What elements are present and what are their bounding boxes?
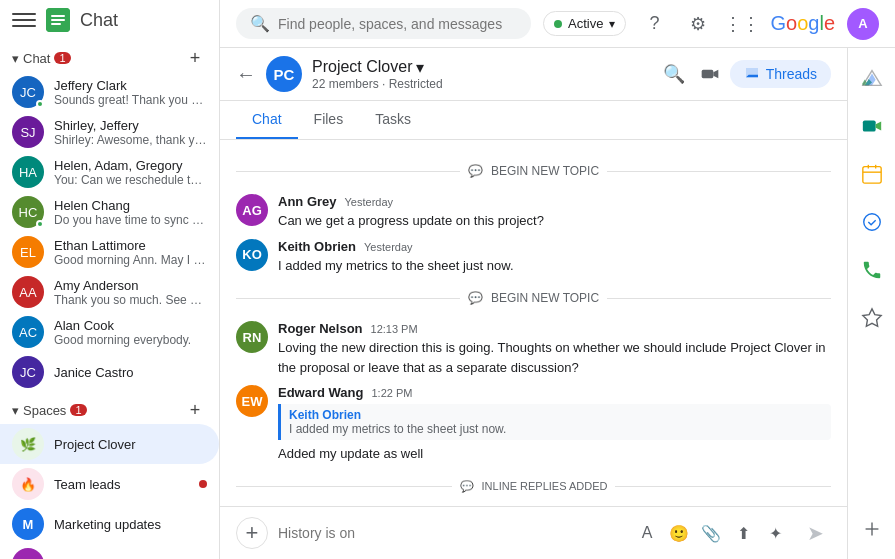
tab-files[interactable]: Files (298, 101, 360, 139)
spaces-section-header: ▾ Spaces 1 + (0, 392, 219, 424)
sidebar: Chat ▾ Chat 1 + JC Jeffery Clark Sounds … (0, 0, 220, 559)
chat-item-name-3: Helen, Adam, Gregory (54, 158, 207, 173)
chat-section-label[interactable]: ▾ Chat 1 (12, 51, 71, 66)
google-drive-icon[interactable] (852, 58, 892, 98)
more-icon[interactable]: ✦ (761, 519, 789, 547)
msg-content-4: Edward Wang 1:22 PM Keith Obrien I added… (278, 385, 831, 464)
topic-icon-2: 💬 (468, 291, 483, 305)
search-conversation-icon[interactable]: 🔍 (658, 58, 690, 90)
settings-icon[interactable]: ⚙ (682, 8, 714, 40)
inline-divider: 💬 INLINE REPLIES ADDED (236, 480, 831, 493)
svg-rect-1 (701, 70, 713, 78)
google-meet-icon[interactable] (852, 106, 892, 146)
search-bar[interactable]: 🔍 (236, 8, 531, 39)
space-item-3[interactable]: M Marketing updates (0, 504, 219, 544)
space-item-2[interactable]: 🔥 Team leads (0, 464, 219, 504)
msg-text-4: Added my update as well (278, 444, 831, 464)
chat-badge: 1 (54, 52, 70, 64)
msg-name-4: Edward Wang (278, 385, 363, 400)
right-panel (847, 48, 895, 559)
chat-item-6[interactable]: AA Amy Anderson Thank you so much. See y… (0, 272, 219, 312)
message-3: RN Roger Nelson 12:13 PM Loving the new … (236, 321, 831, 377)
chat-item-preview-5: Good morning Ann. May I ask a question? (54, 253, 207, 267)
threads-label: Threads (766, 66, 817, 82)
star-icon[interactable] (852, 298, 892, 338)
add-space-button[interactable]: + (183, 398, 207, 422)
google-phone-icon[interactable] (852, 250, 892, 290)
tab-tasks[interactable]: Tasks (359, 101, 427, 139)
chat-item-preview-2: Shirley: Awesome, thank you for the... (54, 133, 207, 147)
sidebar-header: Chat (0, 0, 219, 40)
chat-item-name-4: Helen Chang (54, 198, 207, 213)
chat-item-text-3: Helen, Adam, Gregory You: Can we resched… (54, 158, 207, 187)
app-title: Chat (80, 10, 118, 31)
chat-item-7[interactable]: AC Alan Cook Good morning everybody. (0, 312, 219, 352)
chat-item-name-2: Shirley, Jeffery (54, 118, 207, 133)
chat-avatar-5: EL (12, 236, 44, 268)
emoji-icon[interactable]: 🙂 (665, 519, 693, 547)
app-logo (46, 8, 70, 32)
message-input[interactable] (278, 525, 623, 541)
notif-dot (199, 480, 207, 488)
status-pill[interactable]: Active ▾ (543, 11, 626, 36)
search-input[interactable] (278, 16, 517, 32)
google-calendar-icon[interactable] (852, 154, 892, 194)
add-icon[interactable] (852, 509, 892, 549)
svg-rect-3 (862, 121, 875, 132)
user-avatar[interactable]: A (847, 8, 879, 40)
back-button[interactable]: ← (236, 63, 256, 86)
chat-item-name-8: Janice Castro (54, 365, 207, 380)
msg-time-4: 1:22 PM (371, 387, 412, 399)
chat-avatar-2: SJ (12, 116, 44, 148)
spaces-section-label[interactable]: ▾ Spaces 1 (12, 403, 87, 418)
status-label: Active (568, 16, 603, 31)
threads-button[interactable]: Threads (730, 60, 831, 88)
conv-subtitle: 22 members · Restricted (312, 77, 648, 91)
msg-header-4: Edward Wang 1:22 PM (278, 385, 831, 400)
help-icon[interactable]: ? (638, 8, 670, 40)
google-tasks-icon[interactable] (852, 202, 892, 242)
message-2: KO Keith Obrien Yesterday I added my met… (236, 239, 831, 276)
msg-name-3: Roger Nelson (278, 321, 363, 336)
space-item-1[interactable]: 🌿 Project Clover (0, 424, 219, 464)
chat-item-4[interactable]: HC Helen Chang Do you have time to sync … (0, 192, 219, 232)
msg-name-1: Ann Grey (278, 194, 337, 209)
chat-item-1[interactable]: JC Jeffery Clark Sounds great! Thank you… (0, 72, 219, 112)
google-logo: Google (770, 12, 835, 35)
apps-icon[interactable]: ⋮⋮ (726, 8, 758, 40)
chat-item-preview-3: You: Can we reschedule the meeting for..… (54, 173, 207, 187)
topic-divider-2: 💬 BEGIN NEW TOPIC (236, 291, 831, 305)
add-attachment-button[interactable]: + (236, 517, 268, 549)
space-icon-3: M (12, 508, 44, 540)
chat-avatar-1: JC (12, 76, 44, 108)
status-dot (554, 20, 562, 28)
msg-avatar-4: EW (236, 385, 268, 417)
chat-list: JC Jeffery Clark Sounds great! Thank you… (0, 72, 219, 392)
chat-item-preview-6: Thank you so much. See you there. (54, 293, 207, 307)
text-format-icon[interactable]: A (633, 519, 661, 547)
send-button[interactable]: ➤ (799, 517, 831, 549)
input-icons: A 🙂 📎 ⬆ ✦ (633, 519, 789, 547)
chat-item-5[interactable]: EL Ethan Lattimore Good morning Ann. May… (0, 232, 219, 272)
space-icon-2: 🔥 (12, 468, 44, 500)
chat-item-text-2: Shirley, Jeffery Shirley: Awesome, thank… (54, 118, 207, 147)
chat-avatar-7: AC (12, 316, 44, 348)
menu-icon[interactable] (12, 8, 36, 32)
space-item-4[interactable]: M Manoto (0, 544, 219, 559)
video-icon[interactable] (694, 58, 726, 90)
topic-icon-1: 💬 (468, 164, 483, 178)
chat-item-8[interactable]: JC Janice Castro (0, 352, 219, 392)
attachment-icon[interactable]: 📎 (697, 519, 725, 547)
msg-text-2: I added my metrics to the sheet just now… (278, 256, 831, 276)
msg-name-2: Keith Obrien (278, 239, 356, 254)
msg-time-3: 12:13 PM (371, 323, 418, 335)
chat-item-name-7: Alan Cook (54, 318, 207, 333)
conversation-tabs: Chat Files Tasks (220, 101, 847, 140)
conv-title-area: Project Clover ▾ 22 members · Restricted (312, 58, 648, 91)
tab-chat[interactable]: Chat (236, 101, 298, 139)
add-chat-button[interactable]: + (183, 46, 207, 70)
chat-item-3[interactable]: HA Helen, Adam, Gregory You: Can we resc… (0, 152, 219, 192)
chat-item-2[interactable]: SJ Shirley, Jeffery Shirley: Awesome, th… (0, 112, 219, 152)
upload-icon[interactable]: ⬆ (729, 519, 757, 547)
chat-item-text-7: Alan Cook Good morning everybody. (54, 318, 207, 347)
